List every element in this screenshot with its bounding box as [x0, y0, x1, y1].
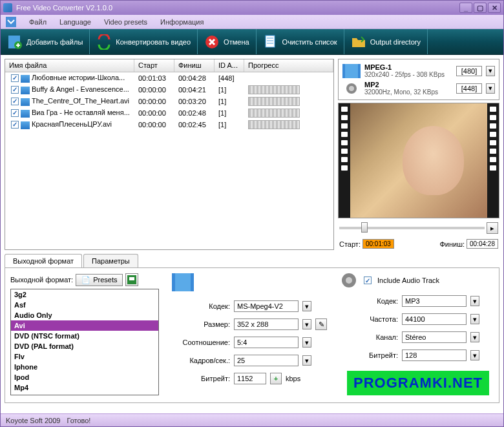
audio-codec-input[interactable]: MP3: [402, 295, 467, 307]
clear-list-button[interactable]: Очистить список: [257, 29, 344, 54]
video-ratio-input[interactable]: 5:4: [234, 337, 299, 348]
audio-channel-dropdown[interactable]: ▾: [470, 332, 479, 342]
table-row[interactable]: Buffy & Angel - Evanescence...00:00:0000…: [5, 84, 333, 96]
audio-channel-label: Канал:: [340, 333, 398, 341]
file-checkbox[interactable]: [11, 109, 19, 117]
video-size-input[interactable]: 352 x 288: [234, 318, 299, 330]
cancel-icon: [204, 34, 220, 50]
output-dir-button[interactable]: Output directory: [344, 29, 428, 54]
start-time-value[interactable]: 00:01:03: [362, 239, 394, 249]
video-fps-dropdown[interactable]: ▾: [302, 355, 311, 366]
file-list-panel: Имя файла Старт Финиш ID A... Прогресс Л…: [5, 59, 334, 250]
file-checkbox[interactable]: [11, 98, 19, 105]
file-checkbox[interactable]: [11, 86, 19, 94]
col-filename[interactable]: Имя файла: [5, 59, 134, 72]
video-bitrate-unit: kbps: [286, 375, 300, 382]
audio-freq-dropdown[interactable]: ▾: [470, 314, 479, 324]
video-format-dropdown[interactable]: ▾: [486, 66, 495, 76]
audio-bitrate-dropdown[interactable]: ▾: [470, 350, 479, 360]
clear-icon: [263, 34, 278, 50]
svg-point-14: [346, 277, 352, 284]
format-list-item[interactable]: DVD (PAL format): [11, 341, 158, 351]
film-strip-right: [487, 103, 499, 218]
audio-format-sel: [448]: [456, 83, 482, 94]
seek-row: ▸: [338, 221, 499, 235]
format-list-item[interactable]: Mp4: [11, 382, 158, 393]
menu-language[interactable]: Language: [53, 17, 98, 27]
file-progress: [244, 96, 333, 107]
audio-format-dropdown[interactable]: ▾: [486, 83, 495, 94]
file-id: [448]: [215, 74, 244, 83]
seek-thumb[interactable]: [361, 222, 368, 233]
maximize-button[interactable]: ▢: [474, 3, 487, 13]
menu-info[interactable]: Информация: [154, 17, 210, 27]
menu-video-presets[interactable]: Video presets: [98, 17, 154, 27]
file-name: Buffy & Angel - Evanescence...: [32, 85, 129, 93]
minimize-button[interactable]: _: [459, 3, 472, 13]
presets-button[interactable]: 📄 Presets: [76, 274, 123, 286]
finish-time-label: Финиш:: [439, 240, 465, 248]
titlebar[interactable]: Free Video Converter V2.1.0.0 _ ▢ ✕: [1, 1, 503, 15]
seek-forward-button[interactable]: ▸: [487, 222, 498, 234]
include-audio-checkbox[interactable]: [364, 276, 372, 284]
video-ratio-dropdown[interactable]: ▾: [302, 337, 311, 348]
col-start[interactable]: Старт: [134, 59, 174, 72]
format-list-item[interactable]: Asf: [11, 300, 158, 310]
statusbar: Koyote Soft 2009 Готово!: [1, 413, 503, 426]
audio-bitrate-input[interactable]: 128: [402, 349, 467, 361]
format-list-item[interactable]: Iphone: [11, 362, 158, 372]
format-list-item[interactable]: Ipod: [11, 372, 158, 382]
file-finish: 00:04:21: [174, 85, 215, 94]
save-preset-button[interactable]: [125, 273, 138, 286]
audio-channel-input[interactable]: Stéreo: [402, 331, 467, 343]
video-bitrate-inc[interactable]: +: [270, 373, 282, 384]
video-preview[interactable]: [338, 103, 499, 218]
format-list-item[interactable]: Audio Only: [11, 310, 158, 320]
col-id[interactable]: ID A...: [215, 59, 244, 72]
video-fps-input[interactable]: 25: [234, 355, 299, 366]
tab-output-format[interactable]: Выходной формат: [5, 254, 82, 267]
table-row[interactable]: The_Centre_Of_The_Heart.avi00:00:0000:03…: [5, 96, 333, 107]
file-start: 00:00:00: [134, 85, 174, 94]
col-finish[interactable]: Финиш: [174, 59, 215, 72]
audio-bitrate-label: Битрейт:: [340, 351, 398, 359]
file-name: Любовные истории-Школа...: [32, 74, 125, 81]
status-text: Готово!: [67, 417, 90, 424]
cancel-button[interactable]: Отмена: [198, 29, 256, 54]
table-row[interactable]: Виа Гра - Не оставляй меня...00:00:0000:…: [5, 107, 333, 119]
video-codec-dropdown[interactable]: ▾: [302, 301, 311, 311]
file-checkbox[interactable]: [11, 74, 19, 82]
audio-freq-input[interactable]: 44100: [402, 313, 467, 325]
tabs: Выходной формат Параметры: [5, 254, 499, 267]
video-size-label: Размер:: [172, 320, 230, 328]
seek-slider[interactable]: [339, 227, 485, 229]
format-list-item[interactable]: Flv: [11, 351, 158, 362]
format-list-item[interactable]: DVD (NTSC format): [11, 331, 158, 341]
table-row[interactable]: КраснаяПлесеньЦРУ.avi00:00:0000:02:45[1]: [5, 119, 333, 130]
video-bitrate-input[interactable]: 1152: [234, 373, 266, 384]
table-row[interactable]: Любовные истории-Школа...00:01:0300:04:2…: [5, 72, 333, 84]
format-list-item[interactable]: Avi: [11, 320, 158, 331]
menubar: Файл Language Video presets Информация: [1, 15, 503, 29]
tab-parameters[interactable]: Параметры: [83, 254, 138, 267]
cancel-label: Отмена: [224, 38, 249, 46]
file-name: Виа Гра - Не оставляй меня...: [32, 109, 130, 116]
finish-time-value[interactable]: 00:04:28: [467, 239, 498, 249]
menu-file[interactable]: Файл: [23, 17, 53, 27]
output-dir-label: Output directory: [370, 38, 421, 46]
video-fps-label: Кадров/сек.:: [172, 357, 230, 364]
format-list[interactable]: 3g2AsfAudio OnlyAviDVD (NTSC format)DVD …: [10, 289, 159, 395]
add-files-button[interactable]: Добавить файлы: [1, 29, 90, 54]
file-progress: [244, 73, 333, 83]
file-checkbox[interactable]: [11, 121, 19, 129]
video-codec-input[interactable]: MS-Mpeg4-V2: [234, 300, 299, 312]
col-progress[interactable]: Прогресс: [244, 59, 333, 72]
video-size-edit[interactable]: ✎: [315, 318, 327, 330]
audio-codec-dropdown[interactable]: ▾: [470, 296, 479, 306]
format-list-item[interactable]: 3g2: [11, 289, 158, 300]
convert-button[interactable]: Конвертировать видео: [90, 29, 198, 54]
toolbar: Добавить файлы Конвертировать видео Отме…: [1, 29, 503, 55]
file-name: КраснаяПлесеньЦРУ.avi: [32, 120, 112, 128]
video-size-dropdown[interactable]: ▾: [302, 319, 311, 329]
close-button[interactable]: ✕: [488, 3, 501, 13]
